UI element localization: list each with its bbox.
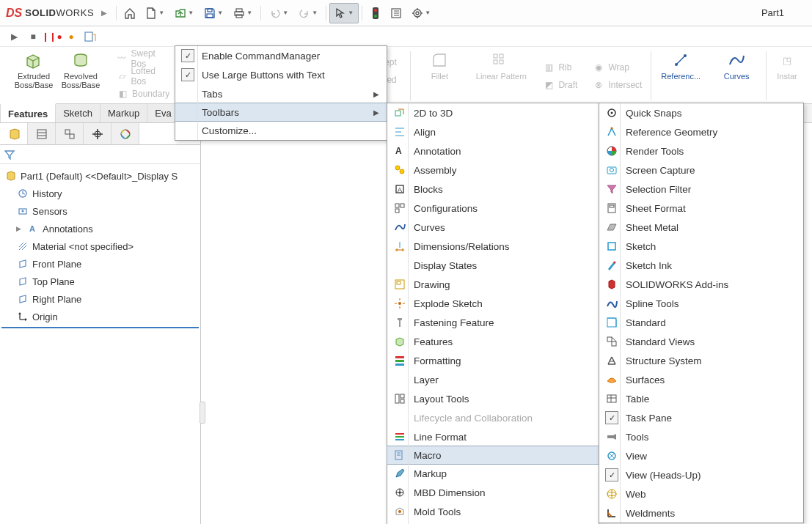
menu-item-sheet-format[interactable]: Sheet Format — [599, 199, 803, 218]
tree-root[interactable]: Part1 (Default) <<Default>_Display S — [1, 167, 199, 185]
select-button[interactable]: ▼ — [329, 3, 359, 23]
play-icon[interactable]: ▶ — [6, 29, 22, 44]
menu-enable-commandmanager[interactable]: ✓ Enable CommandManager — [175, 46, 387, 65]
menu-item-mold-tools[interactable]: Mold Tools — [387, 502, 599, 521]
property-tab[interactable] — [28, 123, 56, 144]
curves-button[interactable]: Curves — [713, 50, 760, 81]
menu-item-screen-capture[interactable]: Screen Capture — [599, 160, 803, 180]
tab-markup[interactable]: Markup — [100, 104, 147, 122]
boundary-boss-button[interactable]: ◧Boundary — [113, 86, 172, 102]
menu-item-solidworks-add-ins[interactable]: SOLIDWORKS Add-ins — [599, 275, 803, 294]
tree-item-right-plane[interactable]: Right Plane — [1, 290, 199, 308]
new-button[interactable]: ▼ — [140, 3, 169, 23]
tree-item-front-plane[interactable]: Front Plane — [1, 255, 199, 273]
tree-item-top-plane[interactable]: Top Plane — [1, 273, 199, 290]
filter-row[interactable] — [0, 145, 200, 164]
menu-item-assembly[interactable]: Assembly — [387, 160, 599, 180]
menu-customize[interactable]: Customize... — [175, 121, 387, 140]
menu-item-standard[interactable]: Standard — [599, 313, 803, 332]
menu-item-line-format[interactable]: Line Format — [387, 427, 599, 446]
menu-item-fastening-feature[interactable]: Fastening Feature — [387, 313, 599, 332]
menu-item-configurations[interactable]: Configurations — [387, 199, 599, 218]
tree-item-sensors[interactable]: Sensors — [1, 202, 199, 220]
menu-item-explode-sketch[interactable]: Explode Sketch — [387, 294, 599, 313]
menu-item-web[interactable]: Web — [599, 484, 803, 503]
expand-icon[interactable]: ▶ — [16, 225, 23, 232]
print-button[interactable]: ▼ — [228, 3, 257, 23]
menu-item-features[interactable]: Features — [387, 332, 599, 351]
menu-use-large-buttons[interactable]: ✓ Use Large Buttons with Text — [175, 65, 387, 84]
menu-tabs[interactable]: Tabs ▶ — [175, 84, 387, 103]
tree-item-origin[interactable]: Origin — [1, 308, 199, 325]
tree-item-history[interactable]: History — [1, 185, 199, 202]
menu-item-layout-tools[interactable]: Layout Tools — [387, 389, 599, 408]
menu-item-view[interactable]: View — [599, 446, 803, 465]
stop-icon[interactable]: ■ — [25, 29, 41, 44]
menu-item-curves[interactable]: Curves — [387, 218, 599, 237]
menu-item-layer[interactable]: Layer — [387, 370, 599, 389]
feature-tree-tab[interactable] — [0, 123, 28, 144]
menu-item-reference-geometry[interactable]: Reference Geometry — [599, 122, 803, 141]
menu-item-sketch[interactable]: Sketch — [599, 237, 803, 256]
menu-item-macro[interactable]: Macro — [387, 446, 599, 465]
save-button[interactable]: ▼ — [199, 3, 228, 23]
script-icon[interactable] — [82, 29, 98, 44]
menu-item-formatting[interactable]: Formatting — [387, 351, 599, 370]
menu-item-annotation[interactable]: AAnnotation — [387, 141, 599, 160]
dimxpert-tab[interactable] — [84, 123, 111, 144]
traffic-light-icon[interactable] — [365, 3, 386, 23]
swept-boss-button[interactable]: 〰Swept Bos — [113, 51, 172, 67]
menu-item-sketch-ink[interactable]: Sketch Ink — [599, 256, 803, 275]
menu-item-standard-views[interactable]: Standard Views — [599, 332, 803, 351]
tree-item-annotations[interactable]: ▶AAnnotations — [1, 220, 199, 237]
undo-button[interactable]: ▼ — [264, 3, 293, 23]
options-list-button[interactable] — [386, 3, 406, 23]
menu-item-task-pane[interactable]: ✓Task Pane — [599, 408, 803, 427]
splitter-handle[interactable] — [200, 402, 205, 424]
lofted-boss-button[interactable]: ▱Lofted Bos — [113, 68, 172, 84]
menu-item-dimensions-relations[interactable]: Dimensions/Relations — [387, 237, 599, 256]
config-tab[interactable] — [56, 123, 84, 144]
menu-item-motionmanager[interactable]: ✓MotionManager — [387, 521, 599, 524]
wrap-button[interactable]: ◉Wrap — [589, 59, 632, 75]
pause-record-icon[interactable]: ❙❙● — [44, 29, 60, 44]
fillet-button[interactable]: Fillet — [416, 50, 463, 81]
extruded-boss-button[interactable]: ExtrudedBoss/Base — [10, 50, 57, 89]
menu-item-2d-to-3d[interactable]: 2D to 3D — [387, 103, 599, 122]
menu-item-selection-filter[interactable]: Selection Filter — [599, 180, 803, 199]
instant3d-button[interactable]: ◳Instar — [772, 50, 802, 81]
menu-item-drawing[interactable]: Drawing — [387, 275, 599, 294]
tree-item-material[interactable]: Material <not specified> — [1, 237, 199, 255]
menu-item-view-heads-up-[interactable]: ✓View (Heads-Up) — [599, 465, 803, 484]
menu-item-align[interactable]: Align — [387, 122, 599, 141]
menu-item-display-states[interactable]: Display States — [387, 256, 599, 275]
menu-item-tools[interactable]: Tools — [599, 427, 803, 446]
rib-button[interactable]: ▥Rib — [539, 59, 574, 75]
home-button[interactable] — [120, 3, 140, 23]
intersect-button[interactable]: ⊗Intersect — [589, 77, 645, 93]
menu-item-markup[interactable]: Markup — [387, 464, 599, 483]
menu-item-sheet-metal[interactable]: Sheet Metal — [599, 218, 803, 237]
menu-toolbars[interactable]: Toolbars ▶ — [175, 103, 387, 122]
reference-geom-button[interactable]: Referenc... — [657, 50, 704, 81]
menu-item-weldments[interactable]: Weldments — [599, 503, 803, 523]
draft-button[interactable]: ◩Draft — [539, 77, 580, 93]
tab-features[interactable]: Features — [0, 103, 56, 122]
menu-item-mbd-dimension[interactable]: MBD Dimension — [387, 483, 599, 502]
appearance-tab[interactable] — [111, 123, 139, 144]
menu-item-table[interactable]: Table — [599, 389, 803, 408]
menu-item-spline-tools[interactable]: Spline Tools — [599, 294, 803, 313]
menu-item-surfaces[interactable]: Surfaces — [599, 370, 803, 389]
menu-item-structure-system[interactable]: Structure System — [599, 351, 803, 370]
revolved-boss-button[interactable]: RevolvedBoss/Base — [57, 50, 104, 89]
menu-item-lifecycle-and-collaboration[interactable]: Lifecycle and Collaboration — [387, 408, 599, 427]
open-button[interactable]: ▼ — [169, 3, 199, 23]
linear-pattern-button[interactable]: Linear Pattern — [472, 50, 530, 81]
menu-item-render-tools[interactable]: Render Tools — [599, 141, 803, 160]
app-logo[interactable]: DS SOLIDWORKS ▶ — [6, 7, 107, 20]
tab-sketch[interactable]: Sketch — [56, 104, 100, 122]
record-icon[interactable]: ● — [63, 29, 79, 44]
menu-item-quick-snaps[interactable]: Quick Snaps — [599, 103, 803, 122]
menu-item-blocks[interactable]: ABlocks — [387, 180, 599, 199]
redo-button[interactable]: ▼ — [293, 3, 323, 23]
